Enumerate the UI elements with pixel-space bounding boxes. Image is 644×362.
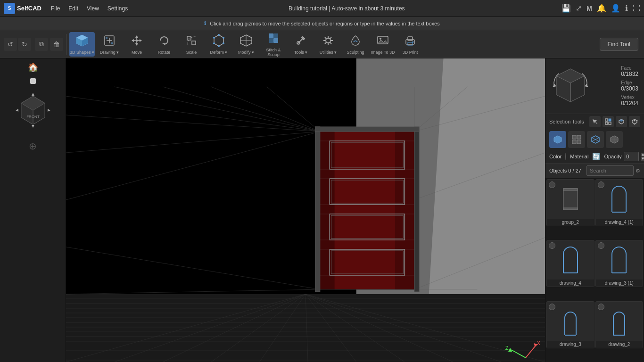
obj-thumb-drawing4: [556, 240, 585, 280]
left-panel: 🏠 FRONT ⊕: [0, 58, 66, 362]
tool-stitch-scoop[interactable]: Stitch & Scoop: [261, 32, 286, 57]
svg-marker-21: [214, 35, 223, 46]
nav-cube[interactable]: FRONT: [14, 91, 52, 129]
object-item-drawing3[interactable]: drawing_3: [546, 301, 594, 348]
opacity-down[interactable]: ▼: [641, 157, 644, 161]
obj-checkbox-drawing3-1[interactable]: [598, 242, 604, 249]
svg-rect-64: [66, 294, 545, 362]
sep-1: [66, 34, 66, 55]
svg-marker-149: [554, 136, 561, 143]
tool-utilities[interactable]: Utilities ▾: [315, 32, 341, 57]
sel-mode-solid[interactable]: [606, 131, 623, 148]
color-picker[interactable]: [565, 153, 566, 160]
menu-view[interactable]: View: [83, 3, 103, 14]
sel-mode-grid[interactable]: [568, 131, 585, 148]
share-icon[interactable]: ⤢: [576, 4, 582, 13]
obj-checkbox-drawing2[interactable]: [598, 304, 604, 310]
svg-rect-141: [605, 122, 608, 124]
app-logo[interactable]: S SelfCAD: [4, 3, 41, 14]
obj-checkbox-drawing4-1[interactable]: [598, 181, 604, 188]
sel-mode-face[interactable]: [549, 131, 566, 148]
menu-settings[interactable]: Settings: [104, 3, 132, 14]
viewport[interactable]: X Z: [66, 58, 545, 362]
tool-deform[interactable]: Deform ▾: [206, 32, 231, 57]
object-item-drawing3-1[interactable]: drawing_3 (1): [595, 240, 644, 287]
opacity-row: Opacity ▲ ▼: [604, 152, 644, 161]
object-item-drawing4[interactable]: drawing_4: [546, 240, 594, 287]
tool-move[interactable]: Move: [124, 32, 149, 57]
obj-checkbox-group2[interactable]: [549, 181, 555, 188]
tool-3d-print[interactable]: 3D Print: [397, 32, 423, 57]
tool-3d-shapes[interactable]: 3D Shapes ▾: [69, 32, 95, 57]
tool-modify[interactable]: Modify ▾: [233, 32, 259, 57]
notification-bar: ℹ Click and drag gizmos to move the sele…: [0, 17, 644, 30]
opacity-stepper[interactable]: ▲ ▼: [641, 153, 644, 161]
selection-tools-label: Selection Tools: [549, 119, 584, 124]
copy-button[interactable]: ⧉: [35, 38, 48, 51]
svg-rect-33: [273, 33, 278, 38]
svg-point-147: [636, 120, 638, 122]
bell-icon[interactable]: 🔔: [597, 4, 606, 13]
svg-rect-150: [572, 135, 576, 139]
objects-settings-icon[interactable]: ⚙: [636, 168, 640, 174]
image-to-3d-icon: [376, 34, 389, 49]
sel-tool-1[interactable]: [589, 116, 601, 127]
tool-scale-label: Scale: [186, 50, 197, 55]
svg-rect-162: [563, 208, 578, 210]
svg-point-27: [213, 37, 215, 39]
main-area: 🏠 FRONT ⊕: [0, 58, 644, 362]
svg-line-44: [325, 42, 326, 44]
compass-icon[interactable]: ⊕: [29, 140, 37, 152]
m-icon[interactable]: M: [586, 5, 592, 12]
user-icon[interactable]: 👤: [611, 4, 620, 13]
svg-rect-117: [414, 127, 419, 292]
opacity-up[interactable]: ▲: [641, 153, 644, 156]
svg-rect-31: [269, 33, 273, 38]
3d-scene: X Z: [66, 58, 545, 362]
tool-modify-label: Modify ▾: [238, 50, 254, 55]
3d-print-label: 3D Print: [403, 50, 418, 55]
obj-label-drawing3: drawing_3: [547, 341, 594, 348]
opacity-input[interactable]: [624, 152, 639, 161]
tool-scale[interactable]: Scale: [179, 32, 204, 57]
svg-rect-160: [563, 189, 578, 210]
tool-tools[interactable]: Tools ▾: [288, 32, 314, 57]
tool-image-to-3d[interactable]: Image To 3D: [370, 32, 396, 57]
object-item-drawing2[interactable]: drawing_2: [595, 301, 644, 348]
tool-sculpting[interactable]: Sculpting: [343, 32, 368, 57]
obj-checkbox-drawing3[interactable]: [549, 304, 555, 310]
obj-label-drawing3-1: drawing_3 (1): [596, 280, 643, 287]
notif-icon: ℹ: [204, 20, 206, 26]
image-to-3d-label: Image To 3D: [371, 50, 395, 55]
objects-search-input[interactable]: [586, 165, 634, 176]
fullscreen-icon[interactable]: ⛶: [633, 4, 640, 13]
face-stat: Face 0/1832: [621, 66, 638, 77]
opacity-label: Opacity: [604, 154, 621, 159]
save-icon[interactable]: 💾: [561, 4, 571, 13]
svg-point-46: [380, 38, 381, 40]
menu-edit[interactable]: Edit: [65, 3, 82, 14]
home-button[interactable]: 🏠: [28, 62, 38, 73]
material-icon[interactable]: 🔄: [592, 153, 600, 160]
sel-tool-3[interactable]: [616, 116, 627, 127]
sel-tool-4[interactable]: [629, 116, 640, 127]
tool-rotate[interactable]: Rotate: [151, 32, 177, 57]
trash-button[interactable]: 🗑: [50, 38, 63, 51]
find-tool-button[interactable]: Find Tool: [600, 38, 638, 51]
object-item-drawing4-1[interactable]: drawing_4 (1): [595, 179, 644, 226]
info-icon[interactable]: ℹ: [625, 4, 628, 13]
drawing-icon: [103, 34, 116, 49]
undo-button[interactable]: ↺: [4, 38, 17, 51]
obj-checkbox-drawing4[interactable]: [549, 242, 555, 249]
utilities-label: Utilities ▾: [320, 50, 337, 55]
object-item-group2[interactable]: group_2: [546, 179, 594, 226]
svg-text:X: X: [537, 340, 541, 346]
face-label: Face: [621, 66, 638, 71]
svg-marker-47: [378, 40, 388, 44]
sel-mode-wireframe[interactable]: [587, 131, 604, 148]
sel-tool-2[interactable]: [603, 116, 614, 127]
sel-mode-row: [545, 129, 644, 150]
menu-file[interactable]: File: [47, 3, 64, 14]
redo-button[interactable]: ↻: [18, 38, 31, 51]
tool-drawing[interactable]: Drawing ▾: [97, 32, 122, 57]
